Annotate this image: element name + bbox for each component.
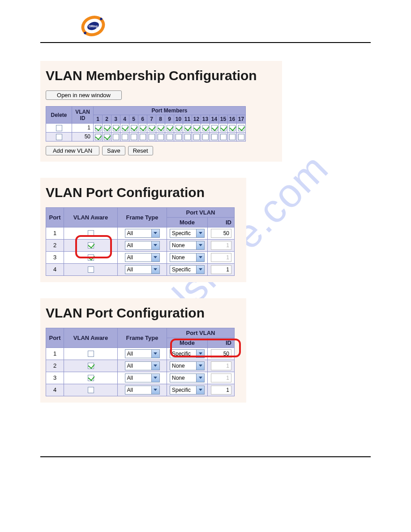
pvlan-id-input[interactable]: 50 <box>211 349 231 358</box>
pvlan-id-input[interactable]: 1 <box>211 361 231 370</box>
port-member-checkbox[interactable] <box>184 125 191 131</box>
vlan-aware-checkbox[interactable] <box>88 254 94 261</box>
pvlan-mode-select[interactable]: Specific <box>170 229 205 238</box>
pvlan-mode-select[interactable]: None <box>170 241 205 250</box>
frame-type-select[interactable]: All <box>125 349 160 358</box>
pvlan-id-input[interactable]: 50 <box>211 229 231 238</box>
col-port-8: 8 <box>156 115 165 124</box>
port-member-checkbox[interactable] <box>176 134 182 140</box>
pvlan-mode-select[interactable]: None <box>170 373 205 382</box>
col-id: ID <box>208 217 235 227</box>
vlan-aware-checkbox[interactable] <box>88 266 94 273</box>
pvlan-id-input[interactable]: 1 <box>211 241 231 250</box>
reset-button[interactable]: Reset <box>128 146 153 155</box>
frame-type-select[interactable]: All <box>125 386 160 395</box>
port-config-row: 2AllNone1 <box>46 360 235 372</box>
port-config-row: 3AllNone1 <box>46 251 235 263</box>
port-member-checkbox[interactable] <box>158 134 164 140</box>
vlan-aware-checkbox[interactable] <box>88 363 94 369</box>
port-member-checkbox[interactable] <box>104 125 110 131</box>
chevron-down-icon <box>196 350 204 358</box>
port-member-checkbox[interactable] <box>211 134 218 140</box>
port-member-checkbox[interactable] <box>158 125 164 131</box>
portcfg-b-heading: VLAN Port Configuration <box>46 305 241 321</box>
port-member-checkbox[interactable] <box>220 134 227 140</box>
pvlan-id-input[interactable]: 1 <box>211 253 231 262</box>
vlan-membership-panel: VLAN Membership Configuration Open in ne… <box>40 61 282 162</box>
port-cell: 4 <box>46 384 64 396</box>
membership-heading: VLAN Membership Configuration <box>46 68 277 83</box>
vlan-aware-checkbox[interactable] <box>88 230 94 236</box>
port-member-checkbox[interactable] <box>113 125 119 131</box>
frame-type-select[interactable]: All <box>125 373 160 382</box>
port-member-checkbox[interactable] <box>131 125 137 131</box>
port-config-row: 1AllSpecific50 <box>46 227 235 239</box>
port-member-checkbox[interactable] <box>122 125 128 131</box>
pvlan-mode-select[interactable]: Specific <box>170 386 205 395</box>
col-port-12: 12 <box>192 115 201 124</box>
save-button[interactable]: Save <box>102 146 125 155</box>
frame-type-select[interactable]: All <box>125 265 160 274</box>
port-member-checkbox[interactable] <box>193 134 200 140</box>
port-member-checkbox[interactable] <box>184 134 191 140</box>
frame-type-select[interactable]: All <box>125 361 160 370</box>
select-value: All <box>125 351 151 357</box>
delete-checkbox[interactable] <box>56 125 62 131</box>
port-member-checkbox[interactable] <box>149 134 155 140</box>
col-mode: Mode <box>167 217 208 227</box>
pvlan-mode-select[interactable]: Specific <box>170 265 205 274</box>
port-member-checkbox[interactable] <box>211 125 218 131</box>
port-cell: 2 <box>46 360 64 372</box>
frame-type-select[interactable]: All <box>125 229 160 238</box>
open-new-window-button[interactable]: Open in new window <box>46 90 122 100</box>
delete-checkbox[interactable] <box>56 134 62 140</box>
port-member-checkbox[interactable] <box>202 125 209 131</box>
vlan-aware-checkbox[interactable] <box>88 387 94 393</box>
port-member-checkbox[interactable] <box>167 125 173 131</box>
port-member-checkbox[interactable] <box>238 134 244 140</box>
select-value: All <box>125 254 151 261</box>
col-port-10: 10 <box>174 115 183 124</box>
port-member-checkbox[interactable] <box>176 125 182 131</box>
chevron-down-icon <box>196 241 204 249</box>
port-member-checkbox[interactable] <box>122 134 128 140</box>
pvlan-id-input[interactable]: 1 <box>211 386 231 395</box>
port-member-checkbox[interactable] <box>167 134 173 140</box>
port-cell: 4 <box>46 263 64 275</box>
port-member-checkbox[interactable] <box>95 134 101 140</box>
port-member-checkbox[interactable] <box>113 134 119 140</box>
port-member-checkbox[interactable] <box>131 134 137 140</box>
col-vlan-aware: VLAN Aware <box>64 328 118 348</box>
port-member-checkbox[interactable] <box>140 125 146 131</box>
port-member-checkbox[interactable] <box>238 125 244 131</box>
port-member-checkbox[interactable] <box>95 125 101 131</box>
vlan-aware-checkbox[interactable] <box>88 351 94 357</box>
port-member-checkbox[interactable] <box>202 134 209 140</box>
col-frame-type: Frame Type <box>118 328 167 348</box>
pvlan-id-input[interactable]: 1 <box>211 373 231 382</box>
select-value: Specific <box>170 266 196 273</box>
pvlan-id-input[interactable]: 1 <box>211 265 231 274</box>
pvlan-mode-select[interactable]: None <box>170 361 205 370</box>
frame-type-select[interactable]: All <box>125 241 160 250</box>
frame-type-select[interactable]: All <box>125 253 160 262</box>
port-member-checkbox[interactable] <box>193 125 200 131</box>
port-member-checkbox[interactable] <box>104 134 110 140</box>
pvlan-mode-select[interactable]: Specific <box>170 349 205 358</box>
port-member-checkbox[interactable] <box>220 125 227 131</box>
select-value: None <box>170 375 196 381</box>
port-member-checkbox[interactable] <box>229 134 235 140</box>
port-member-checkbox[interactable] <box>140 134 146 140</box>
port-config-row: 4AllSpecific1 <box>46 384 235 396</box>
port-cell: 3 <box>46 372 64 384</box>
port-member-checkbox[interactable] <box>229 125 235 131</box>
vlan-id-cell: 1 <box>72 124 94 133</box>
col-port-2: 2 <box>103 115 111 124</box>
port-member-checkbox[interactable] <box>149 125 155 131</box>
vlan-aware-checkbox[interactable] <box>88 375 94 381</box>
col-vlan-aware: VLAN Aware <box>64 207 118 227</box>
add-new-vlan-button[interactable]: Add new VLAN <box>46 146 99 155</box>
vlan-aware-checkbox[interactable] <box>88 242 94 249</box>
col-port-9: 9 <box>165 115 174 124</box>
pvlan-mode-select[interactable]: None <box>170 253 205 262</box>
